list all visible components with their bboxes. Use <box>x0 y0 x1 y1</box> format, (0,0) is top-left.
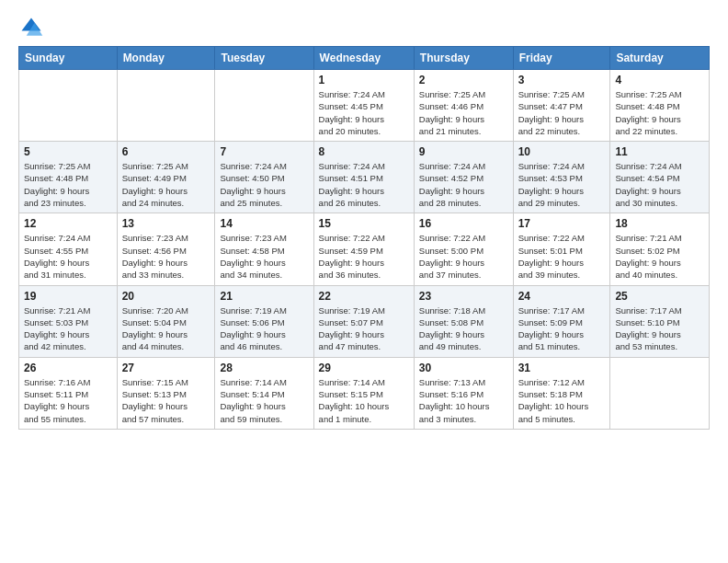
calendar-cell <box>215 70 313 142</box>
day-info: Sunrise: 7:21 AMSunset: 5:02 PMDaylight:… <box>615 232 704 281</box>
day-number: 3 <box>518 74 606 86</box>
day-number: 25 <box>615 290 704 303</box>
day-number: 16 <box>419 217 508 230</box>
logo <box>18 15 48 40</box>
calendar-cell: 14Sunrise: 7:23 AMSunset: 4:58 PMDayligh… <box>215 213 313 285</box>
day-info: Sunrise: 7:25 AMSunset: 4:47 PMDaylight:… <box>518 88 606 137</box>
day-number: 18 <box>615 217 704 230</box>
header <box>18 15 710 40</box>
day-info: Sunrise: 7:17 AMSunset: 5:09 PMDaylight:… <box>518 304 606 353</box>
day-info: Sunrise: 7:24 AMSunset: 4:51 PMDaylight:… <box>319 160 409 209</box>
day-number: 14 <box>220 217 308 230</box>
weekday-header: Thursday <box>414 47 513 70</box>
calendar-cell: 11Sunrise: 7:24 AMSunset: 4:54 PMDayligh… <box>610 142 710 213</box>
day-info: Sunrise: 7:24 AMSunset: 4:54 PMDaylight:… <box>615 160 704 209</box>
calendar-cell: 24Sunrise: 7:17 AMSunset: 5:09 PMDayligh… <box>513 285 610 357</box>
day-info: Sunrise: 7:22 AMSunset: 4:59 PMDaylight:… <box>319 232 409 281</box>
day-number: 12 <box>24 217 112 230</box>
calendar-cell: 19Sunrise: 7:21 AMSunset: 5:03 PMDayligh… <box>19 285 118 357</box>
day-info: Sunrise: 7:18 AMSunset: 5:08 PMDaylight:… <box>419 304 508 353</box>
day-info: Sunrise: 7:17 AMSunset: 5:10 PMDaylight:… <box>615 304 704 353</box>
day-info: Sunrise: 7:25 AMSunset: 4:49 PMDaylight:… <box>122 160 210 209</box>
day-info: Sunrise: 7:24 AMSunset: 4:53 PMDaylight:… <box>518 160 606 209</box>
day-info: Sunrise: 7:15 AMSunset: 5:13 PMDaylight:… <box>122 376 210 425</box>
calendar-cell: 17Sunrise: 7:22 AMSunset: 5:01 PMDayligh… <box>513 213 610 285</box>
day-number: 15 <box>319 217 409 230</box>
day-number: 31 <box>518 362 606 374</box>
day-info: Sunrise: 7:23 AMSunset: 4:56 PMDaylight:… <box>122 232 210 281</box>
weekday-header: Tuesday <box>215 47 313 70</box>
day-number: 7 <box>220 145 308 158</box>
calendar-cell: 16Sunrise: 7:22 AMSunset: 5:00 PMDayligh… <box>414 213 513 285</box>
calendar-cell: 28Sunrise: 7:14 AMSunset: 5:14 PMDayligh… <box>215 357 313 429</box>
calendar-week-row: 26Sunrise: 7:16 AMSunset: 5:11 PMDayligh… <box>19 357 710 429</box>
logo-icon <box>18 15 44 40</box>
day-number: 5 <box>24 145 112 158</box>
day-number: 8 <box>319 145 409 158</box>
day-info: Sunrise: 7:24 AMSunset: 4:45 PMDaylight:… <box>319 88 409 137</box>
calendar-cell <box>610 357 710 429</box>
day-info: Sunrise: 7:20 AMSunset: 5:04 PMDaylight:… <box>122 304 210 353</box>
day-info: Sunrise: 7:16 AMSunset: 5:11 PMDaylight:… <box>24 376 112 425</box>
calendar-cell: 10Sunrise: 7:24 AMSunset: 4:53 PMDayligh… <box>513 142 610 213</box>
calendar-cell: 30Sunrise: 7:13 AMSunset: 5:16 PMDayligh… <box>414 357 513 429</box>
day-number: 19 <box>24 290 112 303</box>
day-info: Sunrise: 7:13 AMSunset: 5:16 PMDaylight:… <box>419 376 508 425</box>
calendar-cell <box>19 70 118 142</box>
calendar-cell: 15Sunrise: 7:22 AMSunset: 4:59 PMDayligh… <box>313 213 414 285</box>
calendar-week-row: 5Sunrise: 7:25 AMSunset: 4:48 PMDaylight… <box>19 142 710 213</box>
weekday-header: Saturday <box>610 47 710 70</box>
calendar-header-row: SundayMondayTuesdayWednesdayThursdayFrid… <box>19 47 710 70</box>
day-number: 17 <box>518 217 606 230</box>
calendar-cell: 18Sunrise: 7:21 AMSunset: 5:02 PMDayligh… <box>610 213 710 285</box>
calendar-cell: 9Sunrise: 7:24 AMSunset: 4:52 PMDaylight… <box>414 142 513 213</box>
day-number: 1 <box>319 74 409 86</box>
day-number: 2 <box>419 74 508 86</box>
day-number: 11 <box>615 145 704 158</box>
calendar-cell: 3Sunrise: 7:25 AMSunset: 4:47 PMDaylight… <box>513 70 610 142</box>
calendar-cell: 6Sunrise: 7:25 AMSunset: 4:49 PMDaylight… <box>117 142 215 213</box>
day-number: 22 <box>319 290 409 303</box>
calendar: SundayMondayTuesdayWednesdayThursdayFrid… <box>18 46 710 430</box>
day-info: Sunrise: 7:14 AMSunset: 5:14 PMDaylight:… <box>220 376 308 425</box>
day-info: Sunrise: 7:24 AMSunset: 4:52 PMDaylight:… <box>419 160 508 209</box>
page: SundayMondayTuesdayWednesdayThursdayFrid… <box>0 0 728 444</box>
calendar-cell: 22Sunrise: 7:19 AMSunset: 5:07 PMDayligh… <box>313 285 414 357</box>
day-number: 26 <box>24 362 112 374</box>
calendar-cell: 31Sunrise: 7:12 AMSunset: 5:18 PMDayligh… <box>513 357 610 429</box>
calendar-cell <box>117 70 215 142</box>
day-number: 6 <box>122 145 210 158</box>
day-number: 29 <box>319 362 409 374</box>
calendar-cell: 27Sunrise: 7:15 AMSunset: 5:13 PMDayligh… <box>117 357 215 429</box>
calendar-cell: 1Sunrise: 7:24 AMSunset: 4:45 PMDaylight… <box>313 70 414 142</box>
calendar-cell: 29Sunrise: 7:14 AMSunset: 5:15 PMDayligh… <box>313 357 414 429</box>
day-number: 28 <box>220 362 308 374</box>
weekday-header: Wednesday <box>313 47 414 70</box>
day-number: 10 <box>518 145 606 158</box>
calendar-week-row: 12Sunrise: 7:24 AMSunset: 4:55 PMDayligh… <box>19 213 710 285</box>
day-number: 24 <box>518 290 606 303</box>
calendar-cell: 21Sunrise: 7:19 AMSunset: 5:06 PMDayligh… <box>215 285 313 357</box>
calendar-cell: 2Sunrise: 7:25 AMSunset: 4:46 PMDaylight… <box>414 70 513 142</box>
day-info: Sunrise: 7:25 AMSunset: 4:46 PMDaylight:… <box>419 88 508 137</box>
day-number: 27 <box>122 362 210 374</box>
day-number: 23 <box>419 290 508 303</box>
weekday-header: Friday <box>513 47 610 70</box>
calendar-week-row: 1Sunrise: 7:24 AMSunset: 4:45 PMDaylight… <box>19 70 710 142</box>
day-info: Sunrise: 7:23 AMSunset: 4:58 PMDaylight:… <box>220 232 308 281</box>
weekday-header: Sunday <box>19 47 118 70</box>
calendar-cell: 20Sunrise: 7:20 AMSunset: 5:04 PMDayligh… <box>117 285 215 357</box>
day-info: Sunrise: 7:22 AMSunset: 5:01 PMDaylight:… <box>518 232 606 281</box>
day-info: Sunrise: 7:24 AMSunset: 4:50 PMDaylight:… <box>220 160 308 209</box>
day-info: Sunrise: 7:22 AMSunset: 5:00 PMDaylight:… <box>419 232 508 281</box>
calendar-week-row: 19Sunrise: 7:21 AMSunset: 5:03 PMDayligh… <box>19 285 710 357</box>
calendar-cell: 26Sunrise: 7:16 AMSunset: 5:11 PMDayligh… <box>19 357 118 429</box>
day-info: Sunrise: 7:25 AMSunset: 4:48 PMDaylight:… <box>24 160 112 209</box>
calendar-cell: 4Sunrise: 7:25 AMSunset: 4:48 PMDaylight… <box>610 70 710 142</box>
day-info: Sunrise: 7:21 AMSunset: 5:03 PMDaylight:… <box>24 304 112 353</box>
calendar-cell: 8Sunrise: 7:24 AMSunset: 4:51 PMDaylight… <box>313 142 414 213</box>
calendar-cell: 7Sunrise: 7:24 AMSunset: 4:50 PMDaylight… <box>215 142 313 213</box>
day-info: Sunrise: 7:12 AMSunset: 5:18 PMDaylight:… <box>518 376 606 425</box>
day-number: 9 <box>419 145 508 158</box>
day-number: 4 <box>615 74 704 86</box>
